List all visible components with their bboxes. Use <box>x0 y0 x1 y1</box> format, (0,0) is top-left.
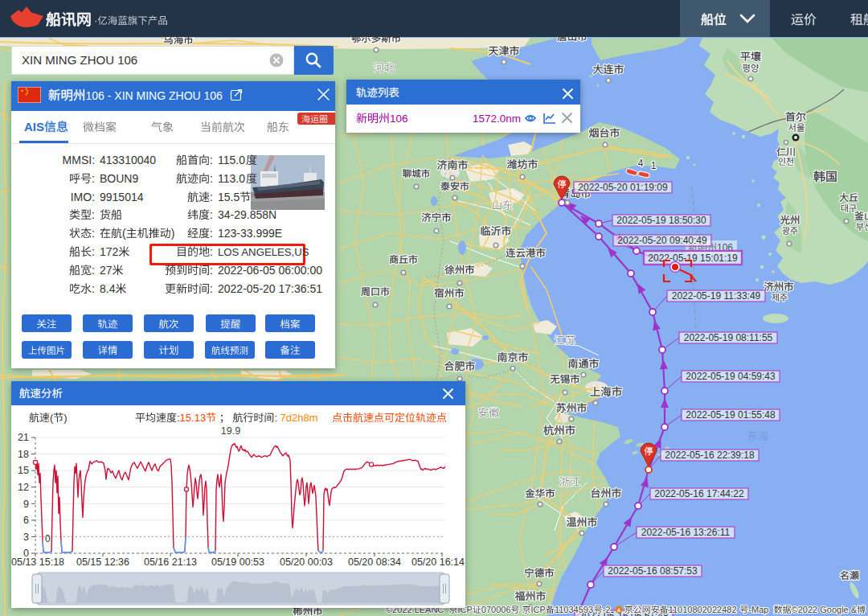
svg-text:2022-05-19 18:50:30: 2022-05-19 18:50:30 <box>616 215 706 226</box>
svg-text:11010802022482: 11010802022482 <box>669 605 737 614</box>
svg-text:2022-05-16 17:44:22: 2022-05-16 17:44:22 <box>654 488 744 499</box>
svg-text:05/15 12:36: 05/15 12:36 <box>76 556 129 568</box>
svg-text:070006: 070006 <box>481 605 511 614</box>
svg-text:3: 3 <box>23 532 29 543</box>
svg-text:6: 6 <box>23 515 29 526</box>
svg-text:05/19 00:53: 05/19 00:53 <box>211 556 264 568</box>
svg-text:05/20 00:03: 05/20 00:03 <box>280 556 333 568</box>
svg-text:ICP: ICP <box>531 605 546 614</box>
svg-text:2022-05-19 15:01:19: 2022-05-19 15:01:19 <box>648 253 738 264</box>
svg-text:2022-05-16 13:26:11: 2022-05-16 13:26:11 <box>641 527 731 538</box>
svg-text:05/20 08:34: 05/20 08:34 <box>348 556 401 568</box>
svg-text:1: 1 <box>651 160 657 171</box>
svg-text:18: 18 <box>18 449 29 460</box>
svg-text:-Map: -Map <box>748 605 768 614</box>
svg-text:2022-05-19 04:59:43: 2022-05-19 04:59:43 <box>686 371 776 382</box>
svg-text:05/13 15:18: 05/13 15:18 <box>11 556 64 568</box>
svg-text:12: 12 <box>18 482 29 493</box>
svg-text:05/16 21:13: 05/16 21:13 <box>144 556 197 568</box>
svg-text:2022-05-20 01:19:09: 2022-05-20 01:19:09 <box>578 182 668 193</box>
svg-text:2022-05-16 08:57:53: 2022-05-16 08:57:53 <box>608 565 698 577</box>
svg-text:9: 9 <box>23 499 29 510</box>
svg-text:05/20 16:14: 05/20 16:14 <box>411 556 465 568</box>
svg-text:2022-05-19 01:55:48: 2022-05-19 01:55:48 <box>686 409 776 421</box>
svg-text:-2: -2 <box>603 605 611 614</box>
svg-text:2022-05-19 08:11:55: 2022-05-19 08:11:55 <box>684 332 773 343</box>
svg-text:2022-05-19 11:33:49: 2022-05-19 11:33:49 <box>672 290 761 302</box>
svg-text:0: 0 <box>45 533 51 544</box>
svg-text:2022-05-20 09:40:49: 2022-05-20 09:40:49 <box>617 235 707 246</box>
svg-text:15: 15 <box>18 465 29 476</box>
svg-text:4: 4 <box>638 158 644 169</box>
svg-text:2022-05-16 22:39:18: 2022-05-16 22:39:18 <box>665 450 755 461</box>
svg-text:21: 21 <box>18 432 29 443</box>
svg-text:11034593: 11034593 <box>555 605 593 614</box>
svg-text:©2022 Google &: ©2022 Google & <box>792 605 858 614</box>
